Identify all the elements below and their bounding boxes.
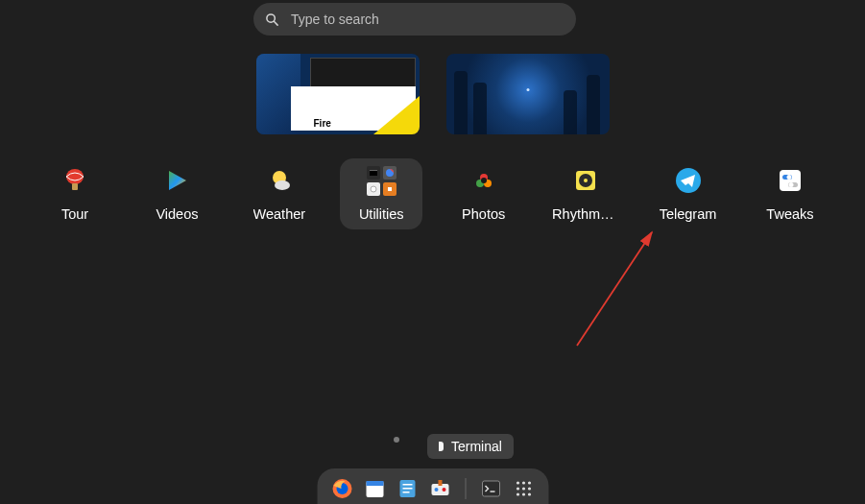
page-dot[interactable] xyxy=(394,437,399,443)
svg-rect-33 xyxy=(402,492,409,493)
dash-calendar[interactable] xyxy=(363,477,386,500)
app-label: Weather xyxy=(253,206,306,222)
workspace-1-window-label: Fire xyxy=(314,118,331,129)
workspace-thumbnail-1[interactable]: Fire xyxy=(256,54,420,134)
svg-line-1 xyxy=(275,21,278,25)
svg-point-44 xyxy=(521,487,524,490)
svg-point-47 xyxy=(521,492,524,495)
svg-marker-4 xyxy=(169,171,186,190)
app-telegram[interactable]: Telegram xyxy=(647,158,730,229)
utilities-folder-icon xyxy=(367,166,396,195)
svg-rect-3 xyxy=(72,183,78,190)
svg-point-2 xyxy=(66,169,84,184)
search-icon xyxy=(265,12,279,27)
dash-tooltip: Terminal xyxy=(427,434,514,459)
dash xyxy=(317,468,548,504)
tooltip-label: Terminal xyxy=(451,439,502,454)
svg-point-40 xyxy=(516,481,518,484)
svg-point-45 xyxy=(527,487,530,490)
svg-point-42 xyxy=(527,481,530,484)
photos-icon xyxy=(469,166,498,195)
svg-rect-32 xyxy=(402,488,412,490)
svg-point-10 xyxy=(371,186,376,192)
svg-point-15 xyxy=(481,178,487,183)
svg-line-25 xyxy=(577,232,652,346)
app-grid: Tour Videos Weather Utilities Photos xyxy=(34,158,831,229)
page-indicator xyxy=(394,437,399,443)
svg-point-43 xyxy=(516,487,518,490)
app-weather[interactable]: Weather xyxy=(238,158,321,229)
search-bar[interactable] xyxy=(253,3,576,36)
svg-rect-29 xyxy=(366,481,383,486)
tooltip-nub xyxy=(439,442,444,451)
dash-show-applications[interactable] xyxy=(512,477,535,500)
svg-rect-38 xyxy=(482,481,499,496)
dash-texteditor[interactable] xyxy=(396,477,419,500)
svg-point-41 xyxy=(521,481,524,484)
app-label: Videos xyxy=(156,206,198,222)
svg-point-24 xyxy=(788,182,793,187)
app-videos[interactable]: Videos xyxy=(135,158,218,229)
dash-software[interactable] xyxy=(428,477,451,500)
app-utilities-folder[interactable]: Utilities xyxy=(340,158,422,229)
svg-point-37 xyxy=(442,488,445,492)
svg-point-36 xyxy=(434,488,438,492)
dash-terminal[interactable] xyxy=(479,477,502,500)
app-label: Utilities xyxy=(359,206,404,222)
tweaks-icon xyxy=(776,166,805,195)
svg-point-6 xyxy=(275,180,290,190)
svg-point-22 xyxy=(786,175,791,180)
search-input[interactable] xyxy=(291,12,565,27)
app-rhythmbox[interactable]: Rhythmbox xyxy=(544,158,627,229)
videos-icon xyxy=(162,166,191,195)
svg-point-48 xyxy=(527,492,530,495)
svg-point-46 xyxy=(516,492,518,495)
tour-icon xyxy=(60,166,89,195)
app-photos[interactable]: Photos xyxy=(443,158,525,229)
dash-separator xyxy=(465,478,466,499)
svg-rect-31 xyxy=(402,484,412,486)
workspace-thumbnail-2[interactable] xyxy=(446,54,610,134)
annotation-arrow xyxy=(552,221,677,355)
app-label: Tour xyxy=(61,206,88,222)
weather-icon xyxy=(265,166,294,195)
app-label: Telegram xyxy=(660,206,717,222)
app-label: Rhythmbox xyxy=(552,206,619,222)
workspace-switcher: Fire xyxy=(0,54,865,134)
dash-firefox[interactable] xyxy=(330,477,353,500)
svg-rect-35 xyxy=(438,480,442,486)
app-tour[interactable]: Tour xyxy=(34,158,116,229)
rhythmbox-icon xyxy=(571,166,600,195)
svg-rect-11 xyxy=(388,187,392,191)
telegram-icon xyxy=(674,166,703,195)
svg-rect-8 xyxy=(370,170,377,171)
svg-point-18 xyxy=(584,179,588,182)
app-tweaks[interactable]: Tweaks xyxy=(749,158,831,229)
svg-rect-20 xyxy=(780,170,801,191)
app-label: Photos xyxy=(462,206,505,222)
app-label: Tweaks xyxy=(766,206,813,222)
